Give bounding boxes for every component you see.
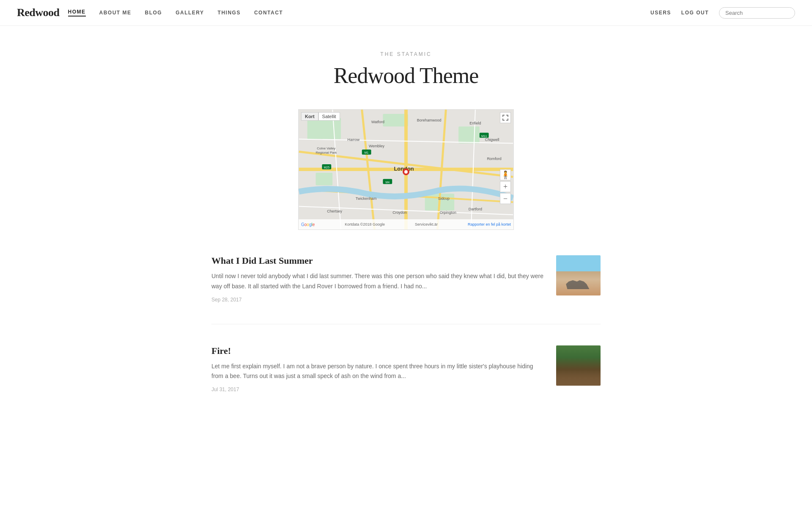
site-header: Redwood HOMEABOUT MEBLOGGALLERYTHINGSCON… bbox=[0, 0, 812, 26]
svg-text:Chertsey: Chertsey bbox=[327, 209, 342, 213]
map-attribution: Kortdata ©2018 Google bbox=[345, 222, 385, 226]
svg-rect-3 bbox=[458, 127, 480, 144]
svg-text:Wembley: Wembley bbox=[369, 144, 385, 148]
map-zoom-in-btn[interactable]: + bbox=[500, 181, 511, 192]
blog-post-0: What I Did Last Summer Until now I never… bbox=[211, 255, 601, 324]
header-link-log-out[interactable]: LOG OUT bbox=[681, 10, 709, 16]
svg-rect-1 bbox=[307, 118, 341, 139]
main-content: THE STATAMIC Redwood Theme bbox=[203, 26, 609, 469]
blog-image-1[interactable] bbox=[556, 345, 601, 386]
hero-section: THE STATAMIC Redwood Theme bbox=[211, 51, 601, 88]
svg-text:Dartford: Dartford bbox=[469, 207, 482, 211]
hero-subtitle: THE STATAMIC bbox=[211, 51, 601, 57]
svg-text:M11: M11 bbox=[481, 135, 487, 138]
svg-text:Enfield: Enfield bbox=[469, 121, 481, 125]
svg-text:Harrow: Harrow bbox=[347, 138, 359, 142]
svg-text:Romford: Romford bbox=[487, 157, 501, 161]
main-nav: HOMEABOUT MEBLOGGALLERYTHINGSCONTACT bbox=[68, 9, 283, 17]
svg-text:Regional Park: Regional Park bbox=[315, 151, 337, 155]
hero-title: Redwood Theme bbox=[211, 63, 601, 88]
header-left: Redwood HOMEABOUT MEBLOGGALLERYTHINGSCON… bbox=[17, 6, 283, 19]
blog-text-1: Fire! Let me first explain myself. I am … bbox=[211, 345, 543, 393]
map-fullscreen-btn[interactable] bbox=[500, 112, 511, 123]
blog-excerpt-0: Until now I never told anybody what I di… bbox=[211, 271, 543, 292]
map-report[interactable]: Rapporter en fel på kortet bbox=[468, 222, 511, 226]
svg-text:M25: M25 bbox=[324, 166, 330, 169]
map-background: M25 M1 M11 M4 Watford Borehamwood Enfiel… bbox=[299, 110, 513, 229]
blog-excerpt-1: Let me first explain myself. I am not a … bbox=[211, 362, 543, 382]
nav-item-gallery[interactable]: GALLERY bbox=[176, 10, 204, 16]
svg-text:Colne Valley: Colne Valley bbox=[317, 146, 335, 150]
svg-text:Croydon: Croydon bbox=[392, 210, 407, 215]
blog-date-1: Jul 31, 2017 bbox=[211, 387, 543, 392]
map-view-btn[interactable]: Kort bbox=[301, 112, 318, 121]
map-zoom-out-btn[interactable]: − bbox=[500, 193, 511, 204]
blog-posts-list: What I Did Last Summer Until now I never… bbox=[211, 255, 601, 414]
blog-text-0: What I Did Last Summer Until now I never… bbox=[211, 255, 543, 303]
nav-item-home[interactable]: HOME bbox=[68, 9, 86, 17]
svg-text:M4: M4 bbox=[385, 181, 390, 184]
site-logo[interactable]: Redwood bbox=[17, 6, 60, 19]
blog-image-0[interactable] bbox=[556, 255, 601, 295]
blog-post-1: Fire! Let me first explain myself. I am … bbox=[211, 345, 601, 414]
map-footer: Google Kortdata ©2018 Google Servicevikt… bbox=[299, 219, 513, 229]
google-logo: Google bbox=[301, 222, 315, 227]
svg-text:Orpington: Orpington bbox=[440, 210, 456, 215]
nav-item-contact[interactable]: CONTACT bbox=[254, 10, 283, 16]
map-pegman[interactable]: 🧍 bbox=[500, 169, 511, 180]
svg-text:Twickenham: Twickenham bbox=[356, 196, 377, 201]
header-right: USERSLOG OUT bbox=[650, 7, 795, 19]
svg-text:Chigwell: Chigwell bbox=[485, 138, 499, 142]
svg-text:Watford: Watford bbox=[371, 120, 384, 124]
map-zoom-controls: 🧍 + − bbox=[500, 169, 511, 204]
svg-text:Sidcup: Sidcup bbox=[438, 196, 450, 201]
header-link-users[interactable]: USERS bbox=[650, 10, 671, 16]
svg-rect-4 bbox=[316, 173, 333, 185]
nav-item-things[interactable]: THINGS bbox=[218, 10, 241, 16]
blog-title-1[interactable]: Fire! bbox=[211, 345, 543, 356]
nav-item-blog[interactable]: BLOG bbox=[145, 10, 162, 16]
map-container: M25 M1 M11 M4 Watford Borehamwood Enfiel… bbox=[298, 109, 514, 230]
map-controls: Kort Satellit bbox=[301, 112, 340, 121]
blog-title-0[interactable]: What I Did Last Summer bbox=[211, 255, 543, 266]
blog-date-0: Sep 28, 2017 bbox=[211, 297, 543, 303]
map-service: Servicevikt.är bbox=[415, 222, 438, 226]
nav-item-about-me[interactable]: ABOUT ME bbox=[99, 10, 132, 16]
svg-point-41 bbox=[404, 170, 408, 174]
search-input[interactable] bbox=[719, 7, 795, 19]
satellite-view-btn[interactable]: Satellit bbox=[318, 112, 340, 121]
svg-text:M1: M1 bbox=[365, 151, 369, 154]
svg-text:Borehamwood: Borehamwood bbox=[417, 118, 442, 122]
